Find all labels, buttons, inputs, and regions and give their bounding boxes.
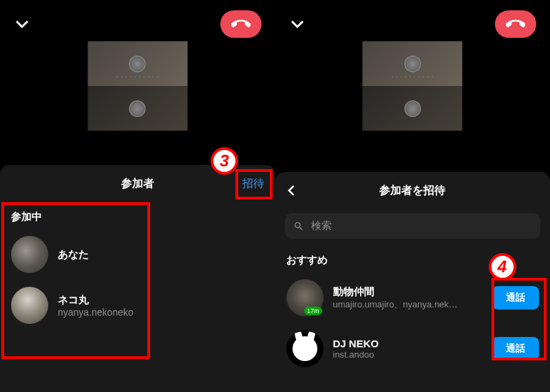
participant-name: ネコ丸 — [58, 294, 264, 307]
video-avatar-icon — [404, 100, 421, 117]
avatar[interactable] — [11, 236, 48, 273]
suggestion-row: 17m 動物仲間 umajiro.umajiro、nyanya.nek… 通話 — [275, 272, 551, 323]
participant-name: あなた — [58, 248, 264, 261]
panel-right: ・・・・・・・・・・ 参加者を招待 検索 おすすめ 17m 動物仲間 — [275, 0, 551, 392]
back-button[interactable] — [285, 184, 299, 197]
suggestion-row: DJ NEKO inst.andoo 通話 — [275, 323, 551, 374]
video-status-text: ・・・・・・・・・・ — [390, 74, 435, 80]
panel-left: ・・・・・・・・・・ 参加者 招待 参加中 あなた ネコ丸 nyanya.nek… — [0, 0, 275, 392]
video-avatar-icon — [404, 56, 421, 72]
video-status-text: ・・・・・・・・・・ — [115, 74, 160, 80]
search-placeholder: 検索 — [311, 219, 332, 232]
participant-info: あなた — [58, 248, 264, 261]
hangup-button[interactable] — [495, 10, 536, 38]
suggestion-name: 動物仲間 — [333, 285, 483, 298]
collapse-icon[interactable] — [14, 16, 30, 32]
suggestion-subtitle: umajiro.umajiro、nyanya.nek… — [333, 298, 483, 311]
video-tile-self — [87, 86, 187, 131]
suggestion-info: DJ NEKO inst.andoo — [333, 338, 483, 360]
participant-username: nyanya.nekoneko — [58, 307, 264, 318]
suggestion-info: 動物仲間 umajiro.umajiro、nyanya.nek… — [333, 285, 483, 311]
sheet-header: 参加者を招待 — [275, 172, 551, 209]
section-joining-label: 参加中 — [0, 202, 275, 229]
video-tile-self — [363, 86, 463, 131]
participant-row: ネコ丸 nyanya.nekoneko — [0, 280, 275, 331]
video-avatar-icon — [129, 100, 146, 117]
search-input[interactable]: 検索 — [285, 213, 541, 239]
section-suggested-label: おすすめ — [275, 246, 551, 272]
participant-info: ネコ丸 nyanya.nekoneko — [58, 294, 264, 318]
sheet-header: 参加者 招待 — [0, 165, 275, 202]
search-icon — [293, 221, 304, 232]
hangup-button[interactable] — [220, 10, 262, 38]
suggestion-subtitle: inst.andoo — [333, 349, 483, 360]
top-bar — [0, 0, 275, 48]
video-avatar-icon — [129, 56, 146, 72]
video-area: ・・・・・・・・・・ — [87, 41, 187, 131]
avatar[interactable] — [11, 287, 48, 324]
invite-link[interactable]: 招待 — [242, 177, 264, 191]
sheet-title: 参加者 — [121, 177, 154, 191]
call-button[interactable]: 通話 — [492, 286, 539, 309]
suggestion-name: DJ NEKO — [333, 338, 483, 349]
invite-sheet: 参加者を招待 検索 おすすめ 17m 動物仲間 umajiro.umajiro、… — [275, 172, 551, 392]
collapse-icon[interactable] — [289, 16, 306, 32]
sheet-title: 参加者を招待 — [379, 184, 445, 198]
activity-badge: 17m — [304, 307, 322, 315]
avatar[interactable] — [286, 330, 324, 367]
top-bar — [275, 0, 551, 48]
call-button[interactable]: 通話 — [492, 337, 539, 360]
video-area: ・・・・・・・・・・ — [363, 41, 463, 131]
participants-sheet: 参加者 招待 参加中 あなた ネコ丸 nyanya.nekoneko — [0, 165, 275, 392]
participant-row: あなた — [0, 229, 275, 280]
